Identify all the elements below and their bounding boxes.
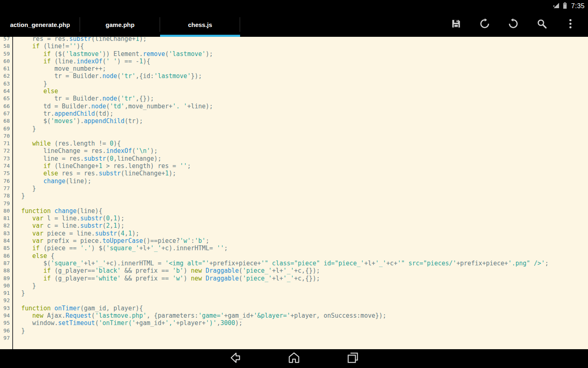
code-line: 81 var l = line.substr(0,1); xyxy=(0,215,588,222)
code-line: 70 xyxy=(0,132,588,140)
code-text: var piece = line.substr(4,1); xyxy=(12,230,139,237)
line-number: 62 xyxy=(0,72,12,80)
code-line: 59 if ($('lastmove')) Element.remove('la… xyxy=(0,50,588,58)
line-number: 86 xyxy=(0,252,12,260)
back-icon xyxy=(228,351,242,366)
back-button[interactable] xyxy=(228,351,243,366)
code-line: 95 window.setTimeout('onTimer('+gam_id+'… xyxy=(0,319,588,327)
code-line: 74 if (lineChange+1 > res.length) res = … xyxy=(0,162,588,170)
code-text: } xyxy=(12,282,36,289)
home-icon xyxy=(287,351,301,366)
code-line: 83 var piece = line.substr(4,1); xyxy=(0,230,588,237)
code-line: 82 var c = line.substr(2,1); xyxy=(0,222,588,229)
recents-button[interactable] xyxy=(345,351,360,366)
search-button[interactable] xyxy=(528,12,556,37)
code-text: } xyxy=(12,125,36,132)
line-number: 76 xyxy=(0,177,12,185)
code-text: var prefix = piece.toUpperCase()==piece?… xyxy=(12,237,209,245)
code-text: var c = line.substr(2,1); xyxy=(12,222,125,229)
code-line: 79 xyxy=(0,200,588,207)
tab-action_generate.php[interactable]: action_generate.php xyxy=(0,12,80,37)
status-clock: 7:35 xyxy=(571,2,585,10)
code-line: 92 xyxy=(0,297,588,304)
tab-game.php[interactable]: game.php xyxy=(80,12,160,37)
code-line: 96} xyxy=(0,327,588,334)
code-text: tr = Builder.node('tr',{}); xyxy=(12,95,154,102)
code-text: else res = res.substr(lineChange+1); xyxy=(12,170,176,177)
action-buttons xyxy=(442,12,588,37)
code-text: else { xyxy=(12,252,54,260)
code-line: 63 } xyxy=(0,80,588,88)
code-line: 88 if (g_player=='black' && prefix == 'b… xyxy=(0,267,588,274)
line-number: 92 xyxy=(0,297,12,304)
code-line: 72 lineChange = res.indexOf('\n'); xyxy=(0,147,588,155)
home-button[interactable] xyxy=(287,351,301,366)
code-text: if (line!=''){ xyxy=(12,43,84,50)
code-line: 57 res = res.substr(lineChange+1); xyxy=(0,37,588,43)
code-line: 91} xyxy=(0,289,588,297)
code-text: if (line.indexOf(' ') == -1){ xyxy=(12,58,150,65)
line-number: 61 xyxy=(0,65,12,72)
line-number: 73 xyxy=(0,155,12,162)
line-number: 66 xyxy=(0,103,12,110)
code-text: if (g_player=='white' && prefix == 'w') … xyxy=(12,275,320,282)
overflow-menu-button[interactable] xyxy=(556,12,585,37)
line-number: 89 xyxy=(0,275,12,282)
code-line: 75 else res = res.substr(lineChange+1); xyxy=(0,170,588,177)
code-text: if ($('lastmove')) Element.remove('lastm… xyxy=(12,50,213,58)
code-line: 67 tr.appendChild(td); xyxy=(0,110,588,117)
code-line: 78} xyxy=(0,192,588,200)
line-number: 90 xyxy=(0,282,12,289)
line-number: 91 xyxy=(0,289,12,297)
code-line: 94 new Ajax.Request('lastmove.php', {par… xyxy=(0,312,588,319)
tablet-screen: 7:35 action_generate.phpgame.phpchess.js xyxy=(0,0,588,368)
navigation-bar xyxy=(0,349,588,368)
code-text: $('moves').appendChild(tr); xyxy=(12,117,143,125)
line-number: 64 xyxy=(0,88,12,95)
code-text: function onTimer(gam_id, player){ xyxy=(12,305,143,312)
line-number: 75 xyxy=(0,170,12,177)
code-text: res = res.substr(lineChange+1); xyxy=(12,37,147,43)
line-number: 58 xyxy=(0,43,12,50)
code-editor[interactable]: 57 res = res.substr(lineChange+1);58 if … xyxy=(0,37,588,349)
line-number: 59 xyxy=(0,50,12,58)
code-text: line = res.substr(0,lineChange); xyxy=(12,155,161,162)
undo-button[interactable] xyxy=(470,12,499,37)
line-number: 77 xyxy=(0,185,12,192)
line-number: 57 xyxy=(0,37,12,43)
code-text: window.setTimeout('onTimer('+gam_id+','+… xyxy=(12,319,243,327)
line-number: 70 xyxy=(0,132,12,140)
redo-button[interactable] xyxy=(499,12,528,37)
line-number: 67 xyxy=(0,110,12,117)
code-text: change(line); xyxy=(12,177,91,185)
code-line: 58 if (line!=''){ xyxy=(0,43,588,50)
code-text xyxy=(12,132,21,140)
line-number: 60 xyxy=(0,58,12,65)
tab-chess.js[interactable]: chess.js xyxy=(160,12,240,37)
code-line: 64 else xyxy=(0,88,588,95)
line-number: 71 xyxy=(0,140,12,147)
line-number: 63 xyxy=(0,80,12,88)
code-line: 60 if (line.indexOf(' ') == -1){ xyxy=(0,58,588,65)
line-number: 88 xyxy=(0,267,12,274)
code-text xyxy=(12,334,21,342)
undo-icon xyxy=(479,18,490,31)
line-number: 80 xyxy=(0,207,12,215)
code-line: 87 $('square_'+l+'_'+c).innerHTML = '<im… xyxy=(0,260,588,267)
code-text: var l = line.substr(0,1); xyxy=(12,215,125,222)
line-number: 84 xyxy=(0,237,12,245)
code-text xyxy=(12,200,21,207)
code-line: 62 tr = Builder.node('tr',{id:'lastmove'… xyxy=(0,72,588,80)
code-line: 90 } xyxy=(0,282,588,289)
save-button[interactable] xyxy=(442,12,470,37)
code-text: if (g_player=='black' && prefix == 'b') … xyxy=(12,267,320,274)
status-bar: 7:35 xyxy=(0,0,588,12)
line-number: 93 xyxy=(0,305,12,312)
line-number: 85 xyxy=(0,245,12,252)
line-number: 87 xyxy=(0,260,12,267)
recents-icon xyxy=(346,351,360,366)
code-text: } xyxy=(12,289,25,297)
action-bar: action_generate.phpgame.phpchess.js xyxy=(0,12,588,37)
line-number: 96 xyxy=(0,327,12,334)
code-text: tr = Builder.node('tr',{id:'lastmove'}); xyxy=(12,72,202,80)
